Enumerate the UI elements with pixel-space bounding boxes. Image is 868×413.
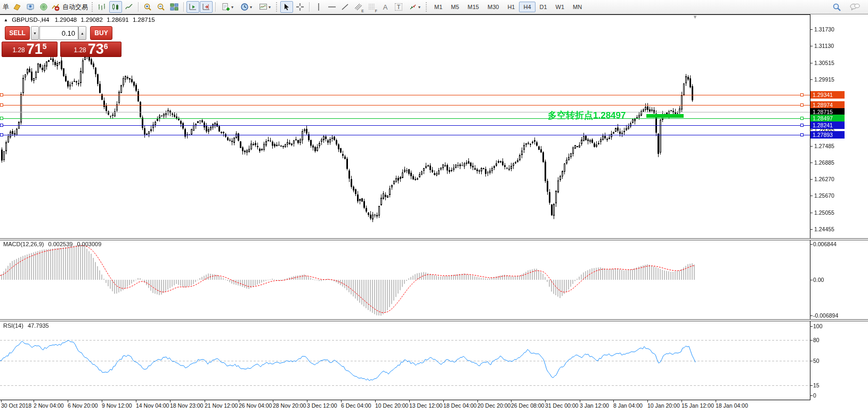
volume-increase-button[interactable]: ▲ bbox=[78, 26, 86, 40]
price-scale-label: 1.31130 bbox=[814, 43, 834, 49]
time-axis-tick bbox=[239, 400, 239, 402]
indicators-icon[interactable]: ▾ bbox=[218, 1, 237, 13]
rsi-scale-label: 15 bbox=[813, 382, 820, 388]
time-axis-label[interactable]: 13 Dec 12:00 bbox=[409, 402, 442, 409]
vertical-line-icon[interactable] bbox=[312, 1, 325, 13]
equidistant-channel-icon[interactable]: E bbox=[352, 1, 365, 13]
arrows-dropdown-arrow[interactable]: ▾ bbox=[418, 5, 420, 10]
toolbar-drag-handle[interactable] bbox=[276, 2, 278, 12]
price-scale-tick bbox=[810, 163, 813, 163]
bar-chart-icon[interactable] bbox=[96, 1, 109, 13]
time-axis-label[interactable]: 28 Nov 20:00 bbox=[273, 402, 306, 409]
buy-button[interactable]: BUY bbox=[90, 26, 112, 40]
sell-price-pip: 5 bbox=[43, 42, 47, 51]
volume-input[interactable] bbox=[39, 26, 78, 40]
toolbar-drag-handle[interactable] bbox=[426, 2, 428, 12]
fibonacci-icon[interactable]: F bbox=[366, 1, 378, 13]
templates-icon[interactable]: ▾ bbox=[256, 1, 274, 13]
time-axis-label[interactable]: 9 Nov 12:00 bbox=[102, 402, 132, 409]
cursor-icon[interactable] bbox=[280, 1, 293, 13]
pivot-trend-segment[interactable] bbox=[646, 114, 684, 118]
time-axis-label[interactable]: 3 Jan 12:00 bbox=[580, 402, 609, 409]
horizontal-line-icon[interactable] bbox=[326, 1, 338, 13]
time-axis-label[interactable]: 30 Oct 2018 bbox=[1, 402, 31, 409]
tile-windows-icon[interactable] bbox=[168, 1, 181, 13]
pivot-annotation-text[interactable]: 多空转折点1.28497 bbox=[548, 109, 626, 122]
autotrading-button[interactable]: 自动交易 bbox=[51, 1, 90, 13]
time-axis-label[interactable]: 31 Dec 00:00 bbox=[545, 402, 578, 409]
sell-button[interactable]: SELL bbox=[5, 26, 30, 40]
volume-decrease-button[interactable]: ▼ bbox=[31, 26, 39, 40]
sell-price-display[interactable]: 1.28 71 5 bbox=[2, 42, 58, 57]
search-icon[interactable] bbox=[830, 1, 843, 13]
timeframe-button-m15[interactable]: M15 bbox=[464, 2, 483, 12]
scroll-to-end-marker[interactable]: ▼ bbox=[693, 14, 697, 20]
rsi-scale-tick bbox=[810, 395, 813, 396]
timeframe-button-mn[interactable]: MN bbox=[569, 2, 586, 12]
rsi-indicator-canvas[interactable] bbox=[0, 321, 810, 400]
chart-shift-icon[interactable] bbox=[200, 1, 213, 13]
buy-price-main: 73 bbox=[88, 43, 104, 55]
timeframe-button-w1[interactable]: W1 bbox=[551, 2, 569, 12]
price-scale-tick bbox=[810, 146, 813, 147]
auto-scroll-icon[interactable] bbox=[186, 1, 199, 13]
time-axis-label[interactable]: 20 Dec 20:00 bbox=[477, 402, 510, 409]
macd-scale-label: 0.006844 bbox=[813, 241, 837, 247]
time-axis-label[interactable]: 2 Nov 04:00 bbox=[34, 402, 64, 409]
time-axis-label[interactable]: 3 Dec 12:00 bbox=[307, 402, 337, 409]
time-axis-label[interactable]: 6 Nov 20:00 bbox=[68, 402, 98, 409]
time-axis-label[interactable]: 10 Dec 20:00 bbox=[375, 402, 408, 409]
toolbar: 单 自动交易 bbox=[0, 0, 868, 14]
level-price-tag: 1.28974 bbox=[810, 101, 845, 109]
trendline-icon[interactable] bbox=[339, 1, 352, 13]
new-order-button[interactable]: 单 bbox=[2, 3, 10, 12]
time-axis-label[interactable]: 18 Dec 04:00 bbox=[443, 402, 476, 409]
zoom-in-icon[interactable] bbox=[141, 1, 154, 13]
time-axis-label[interactable]: 8 Jan 04:00 bbox=[613, 402, 643, 409]
buy-price-pip: 6 bbox=[104, 42, 108, 51]
time-axis-tick bbox=[545, 400, 546, 402]
time-axis-label[interactable]: 21 Nov 12:00 bbox=[205, 402, 238, 409]
label-tool-glyph: T bbox=[395, 3, 403, 11]
timeframe-button-m1[interactable]: M1 bbox=[430, 2, 447, 12]
timeframe-button-m30[interactable]: M30 bbox=[483, 2, 503, 12]
buy-price-display[interactable]: 1.28 73 6 bbox=[60, 42, 121, 57]
time-axis-label[interactable]: 18 Nov 23:00 bbox=[170, 402, 203, 409]
time-axis-label[interactable]: 26 Nov 04:00 bbox=[239, 402, 272, 409]
line-chart-icon[interactable] bbox=[123, 1, 135, 13]
timeframe-button-m5[interactable]: M5 bbox=[447, 2, 463, 12]
timeframe-button-h4[interactable]: H4 bbox=[519, 2, 535, 12]
text-label-icon[interactable]: T bbox=[392, 1, 405, 13]
time-axis-label[interactable]: 26 Dec 08:00 bbox=[511, 402, 544, 409]
text-icon[interactable]: A bbox=[379, 1, 392, 13]
price-scale-tick bbox=[810, 129, 813, 130]
time-axis-label[interactable]: 10 Jan 20:00 bbox=[647, 402, 680, 409]
toolbar-drag-handle[interactable] bbox=[92, 2, 94, 12]
indicators-dropdown-arrow[interactable]: ▾ bbox=[231, 5, 233, 10]
time-axis-label[interactable]: 14 Nov 04:00 bbox=[136, 402, 169, 409]
price-scale-tick bbox=[810, 229, 813, 230]
chat-icon[interactable] bbox=[848, 1, 861, 13]
ohlc-open: 1.29048 bbox=[55, 17, 77, 23]
periods-dropdown-arrow[interactable]: ▾ bbox=[250, 5, 252, 10]
rsi-indicator-label: RSI(14) 47.7935 bbox=[3, 322, 49, 329]
strategy-tester-icon[interactable] bbox=[37, 1, 50, 13]
templates-dropdown-arrow[interactable]: ▾ bbox=[269, 5, 271, 10]
macd-indicator-canvas[interactable] bbox=[0, 240, 810, 319]
navigator-icon[interactable] bbox=[24, 1, 37, 13]
arrows-icon[interactable]: ▾ bbox=[405, 1, 424, 13]
timeframe-button-d1[interactable]: D1 bbox=[536, 2, 551, 12]
market-watch-icon[interactable] bbox=[11, 1, 23, 13]
time-axis-label[interactable]: 6 Dec 04:00 bbox=[341, 402, 371, 409]
rsi-scale-tick bbox=[810, 326, 813, 327]
zoom-out-icon[interactable] bbox=[155, 1, 167, 13]
candlestick-chart-icon[interactable] bbox=[109, 1, 122, 13]
timeframe-button-h1[interactable]: H1 bbox=[503, 2, 519, 12]
collapse-panel-arrow-icon[interactable]: ▲ bbox=[4, 18, 8, 22]
crosshair-icon[interactable] bbox=[294, 1, 306, 13]
price-scale-label: 1.25055 bbox=[814, 209, 834, 216]
time-axis-label[interactable]: 18 Jan 04:00 bbox=[716, 402, 748, 409]
ohlc-close: 1.28715 bbox=[133, 17, 155, 23]
periods-icon[interactable]: ▾ bbox=[237, 1, 255, 13]
time-axis-label[interactable]: 15 Jan 12:00 bbox=[682, 402, 714, 409]
